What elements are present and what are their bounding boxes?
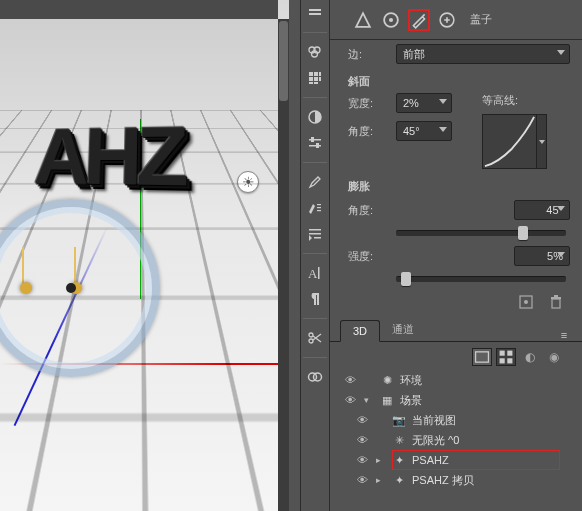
svg-rect-15	[309, 145, 321, 147]
character-icon[interactable]: A	[302, 262, 328, 284]
visibility-icon[interactable]: 👁	[354, 454, 370, 466]
grid-icon[interactable]	[302, 67, 328, 89]
inflate-angle-input[interactable]: 45°	[514, 200, 570, 220]
svg-rect-41	[500, 358, 505, 363]
layer-environment[interactable]: 👁 ✺ 环境	[338, 370, 574, 390]
layer-label: 无限光 ^0	[412, 433, 574, 448]
bevel-angle-value: 45°	[403, 125, 420, 137]
filter-mesh-icon[interactable]	[496, 348, 516, 366]
reset-icon[interactable]	[518, 294, 534, 310]
edge-dropdown[interactable]: 前部	[396, 44, 570, 64]
svg-rect-18	[317, 204, 321, 205]
layer-psahz-copy[interactable]: 👁 ▸ ✦ PSAHZ 拷贝	[338, 470, 574, 490]
svg-rect-37	[554, 295, 558, 297]
svg-point-31	[389, 17, 393, 21]
svg-rect-12	[314, 82, 318, 84]
svg-rect-19	[317, 207, 321, 208]
svg-rect-1	[309, 13, 321, 15]
filter-material-icon[interactable]: ◐	[520, 348, 540, 366]
inflate-strength-slider[interactable]	[396, 276, 566, 282]
inflate-strength-input[interactable]: 5%	[514, 246, 570, 266]
svg-point-29	[314, 373, 322, 381]
layer-scene[interactable]: 👁 ▾ ▦ 场景	[338, 390, 574, 410]
svg-rect-20	[317, 210, 321, 211]
svg-text:A: A	[308, 266, 318, 281]
svg-rect-16	[311, 137, 314, 142]
filter-light-icon[interactable]: ◉	[544, 348, 564, 366]
layer-label: PSAHZ 拷贝	[412, 473, 574, 488]
viewport-scrollbar[interactable]	[278, 19, 289, 511]
paragraph-icon[interactable]	[302, 288, 328, 310]
edge-label: 边:	[348, 47, 388, 62]
tab-3d[interactable]: 3D	[340, 320, 380, 342]
svg-rect-42	[507, 358, 512, 363]
svg-rect-11	[309, 82, 313, 84]
mesh-icon: ✦	[392, 473, 406, 487]
visibility-icon[interactable]: 👁	[342, 394, 358, 406]
layer-infinite-light[interactable]: 👁 ✳ 无限光 ^0	[338, 430, 574, 450]
svg-rect-25	[318, 267, 320, 279]
filter-scene-icon[interactable]	[472, 348, 492, 366]
twist-icon[interactable]: ▾	[364, 395, 374, 405]
cc-icon[interactable]	[302, 366, 328, 388]
bevel-angle-label: 角度:	[348, 124, 388, 139]
brushpreset-icon[interactable]	[302, 197, 328, 219]
twist-icon[interactable]: ▸	[376, 455, 386, 465]
environment-icon: ✺	[380, 373, 394, 387]
cap-label: 盖子	[470, 12, 492, 27]
layer-label: 当前视图	[412, 413, 574, 428]
svg-rect-22	[309, 233, 321, 235]
bevel-width-input[interactable]: 2%	[396, 93, 452, 113]
visibility-icon[interactable]: 👁	[354, 434, 370, 446]
brush-icon[interactable]	[302, 171, 328, 193]
bevel-section-label: 斜面	[330, 68, 582, 91]
bevel-angle-input[interactable]: 45°	[396, 121, 452, 141]
svg-rect-6	[314, 72, 318, 76]
slider-icon[interactable]	[302, 132, 328, 154]
visibility-icon[interactable]: 👁	[342, 374, 358, 386]
twist-icon[interactable]: ▸	[376, 475, 386, 485]
inflate-angle-slider[interactable]	[396, 230, 566, 236]
svg-rect-17	[316, 143, 319, 148]
inflate-section-label: 膨胀	[330, 173, 582, 196]
svg-rect-14	[309, 139, 321, 141]
paragraph-options-icon[interactable]	[302, 223, 328, 245]
visibility-icon[interactable]: 👁	[354, 474, 370, 486]
light-obj-icon: ✳	[392, 433, 406, 447]
mode-icon-4[interactable]	[436, 9, 458, 31]
layer-psahz[interactable]: 👁 ▸ ✦ PSAHZ	[338, 450, 574, 470]
edge-row: 边: 前部	[330, 40, 582, 68]
svg-rect-8	[309, 77, 313, 81]
adjust-icon[interactable]	[302, 106, 328, 128]
tool-column: A	[300, 0, 330, 511]
svg-rect-10	[319, 77, 321, 81]
svg-rect-7	[319, 72, 321, 76]
layer-current-view[interactable]: 👁 📷 当前视图	[338, 410, 574, 430]
mode-icon-3-active[interactable]	[408, 9, 430, 31]
viewport-3d[interactable]: AHZ ☀	[0, 0, 289, 511]
inflate-strength-label: 强度:	[348, 249, 388, 264]
inflate-angle-label: 角度:	[348, 203, 388, 218]
mode-icon-2[interactable]	[380, 9, 402, 31]
tool-unknown-1[interactable]	[302, 2, 328, 24]
panel-menu-icon[interactable]: ≡	[556, 329, 572, 341]
mode-icon-1[interactable]	[352, 9, 374, 31]
contour-curve[interactable]	[482, 114, 537, 169]
svg-rect-21	[309, 229, 321, 231]
tab-channels[interactable]: 通道	[380, 318, 426, 341]
svg-rect-23	[314, 237, 321, 239]
visibility-icon[interactable]: 👁	[354, 414, 370, 426]
3d-text-object[interactable]: AHZ	[32, 108, 182, 205]
scissors-icon[interactable]	[302, 327, 328, 349]
svg-rect-39	[500, 351, 505, 356]
edge-value: 前部	[403, 47, 425, 62]
trash-icon[interactable]	[548, 294, 564, 310]
swatches-icon[interactable]	[302, 41, 328, 63]
contour-preset-button[interactable]	[537, 114, 547, 169]
properties-panel: 盖子 边: 前部 斜面 宽度: 2% 角度: 45°	[330, 0, 582, 511]
panel-tabbar: 3D 通道 ≡	[330, 318, 582, 342]
svg-point-27	[309, 339, 313, 343]
bevel-tab-icons: 盖子	[330, 0, 582, 40]
scene-icon: ▦	[380, 393, 394, 407]
light-icon[interactable]: ☀	[237, 171, 259, 193]
